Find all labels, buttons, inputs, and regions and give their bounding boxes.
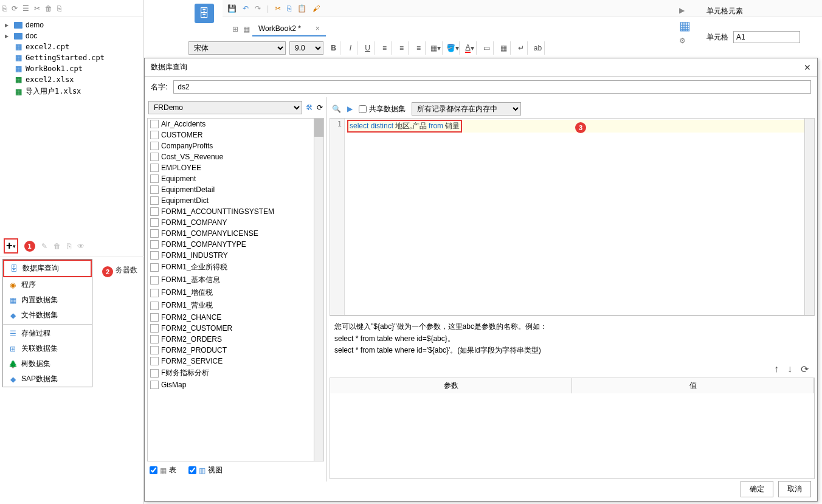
bold-icon[interactable]: B xyxy=(327,41,340,55)
down-icon[interactable]: ↓ xyxy=(787,364,792,375)
cancel-button[interactable]: 取消 xyxy=(778,481,811,497)
tree-file[interactable]: ▦导入用户1.xlsx xyxy=(2,85,140,98)
delete-icon[interactable]: 🗑 xyxy=(45,4,52,13)
italic-icon[interactable]: I xyxy=(344,41,357,55)
tree-folder[interactable]: ▸demo xyxy=(2,19,140,30)
save-icon[interactable]: 💾 xyxy=(227,4,237,13)
tree-folder[interactable]: ▸doc xyxy=(2,30,140,41)
table-row[interactable]: FORM2_PRODUCT xyxy=(148,345,323,356)
menu-file[interactable]: ◆文件数据集 xyxy=(3,308,92,323)
table-row[interactable]: FORM2_SERVICE xyxy=(148,356,323,367)
param-body[interactable] xyxy=(330,393,814,478)
cut-icon[interactable]: ✂ xyxy=(275,4,281,13)
table-row[interactable]: CompanyProfits xyxy=(148,140,323,151)
table-row[interactable]: FORM1_COMPANYTYPE xyxy=(148,239,323,250)
run-sql-icon[interactable]: ▶ xyxy=(347,105,353,113)
font-color-icon[interactable]: A▾ xyxy=(463,41,477,55)
menu-builtin[interactable]: ▦内置数据集 xyxy=(3,292,92,308)
copy-icon[interactable]: ⎘ xyxy=(287,4,291,13)
table-row[interactable]: FORM1_基本信息 xyxy=(148,274,323,286)
tree-file[interactable]: ▦GettingStarted.cpt xyxy=(2,52,140,63)
check-view[interactable]: ▥视图 xyxy=(188,465,223,475)
refresh-icon[interactable]: ⟳ xyxy=(12,4,18,13)
table-row[interactable]: Equipment xyxy=(148,173,323,184)
menu-program[interactable]: ◉程序 xyxy=(3,277,92,292)
sql-editor[interactable]: 1 select distinct 地区,产品 from 销量 xyxy=(330,118,815,316)
split-icon[interactable]: ▦ xyxy=(497,41,511,55)
table-row[interactable]: FORM1_COMPANY xyxy=(148,217,323,228)
align-left-icon[interactable]: ≡ xyxy=(378,41,392,55)
list-icon[interactable]: ☰ xyxy=(22,4,29,13)
scrollbar[interactable] xyxy=(804,119,814,315)
menu-join[interactable]: ⊞关联数据集 xyxy=(3,341,92,356)
table-row[interactable]: FORM2_CHANCE xyxy=(148,312,323,323)
grid-icon[interactable]: ⊞ xyxy=(230,22,241,36)
refresh-icon[interactable]: ⟳ xyxy=(317,103,323,112)
add-dataset-button[interactable]: +▾ xyxy=(4,238,18,254)
size-select[interactable]: 9.0 xyxy=(289,41,323,55)
tree-file[interactable]: ▦WorkBook1.cpt xyxy=(2,63,140,74)
table-list[interactable]: Air_AccidentsCUSTOMERCompanyProfitsCost_… xyxy=(147,118,324,461)
check-table[interactable]: ▦表 xyxy=(150,465,176,475)
db-select[interactable]: FRDemo xyxy=(148,101,302,114)
table-row[interactable]: GisMap xyxy=(148,379,323,390)
table-row[interactable]: FORM1_营业税 xyxy=(148,299,323,312)
grid-icon-2[interactable]: ▦ xyxy=(241,22,252,36)
align-center-icon[interactable]: ≡ xyxy=(395,41,409,55)
merge-icon[interactable]: ▭ xyxy=(480,41,494,55)
fill-icon[interactable]: 🪣▾ xyxy=(446,41,460,55)
table-row[interactable]: Cost_VS_Revenue xyxy=(148,151,323,162)
table-row[interactable]: F财务指标分析 xyxy=(148,367,323,379)
close-icon[interactable]: ✕ xyxy=(804,63,811,72)
scrollbar[interactable] xyxy=(314,119,323,461)
table-row[interactable]: FORM1_企业所得税 xyxy=(148,261,323,274)
copy-icon[interactable]: ⎘ xyxy=(57,4,61,13)
text-icon[interactable]: ab xyxy=(531,41,545,55)
menu-tree[interactable]: 🌲树数据集 xyxy=(3,356,92,371)
underline-icon[interactable]: U xyxy=(361,41,375,55)
table-row[interactable]: EquipmentDict xyxy=(148,195,323,206)
tree-file[interactable]: ▦excel2.xlsx xyxy=(2,74,140,85)
app-db-icon[interactable]: 🗄 xyxy=(195,4,214,23)
tools-icon[interactable]: 🛠 xyxy=(306,103,313,112)
refresh-params-icon[interactable]: ⟳ xyxy=(801,364,809,375)
paste-icon[interactable]: 📋 xyxy=(297,4,306,13)
name-input[interactable] xyxy=(173,80,811,94)
copy-ds-icon[interactable]: ⎘ xyxy=(67,242,71,250)
new-icon[interactable]: ⎘ xyxy=(2,4,7,13)
table-row[interactable]: FORM2_ORDERS xyxy=(148,334,323,345)
settings-icon[interactable]: ⚙ xyxy=(679,36,691,45)
grid-large-icon[interactable]: ▦ xyxy=(679,18,691,33)
share-checkbox[interactable]: 共享数据集 xyxy=(359,104,406,114)
trash-icon[interactable]: 🗑 xyxy=(54,242,61,250)
undo-icon[interactable]: ↶ xyxy=(243,4,249,13)
table-row[interactable]: FORM2_CUSTOMER xyxy=(148,323,323,334)
redo-icon[interactable]: ↷ xyxy=(255,4,261,13)
table-row[interactable]: FORM1_INDUSTRY xyxy=(148,250,323,261)
border-icon[interactable]: ▦▾ xyxy=(429,41,443,55)
cut-icon[interactable]: ✂ xyxy=(34,4,40,13)
tab-workbook[interactable]: WorkBook2 * × xyxy=(252,22,326,36)
wrap-icon[interactable]: ↵ xyxy=(514,41,528,55)
edit-icon[interactable]: ✎ xyxy=(41,242,47,250)
preview-sql-icon[interactable]: 🔍 xyxy=(332,105,341,113)
up-icon[interactable]: ↑ xyxy=(774,364,779,375)
menu-sap[interactable]: ◆SAP数据集 xyxy=(3,371,92,387)
align-right-icon[interactable]: ≡ xyxy=(412,41,426,55)
preview-icon[interactable]: 👁 xyxy=(77,242,85,250)
menu-proc[interactable]: ☰存储过程 xyxy=(3,326,92,341)
table-row[interactable]: EquipmentDetail xyxy=(148,184,323,195)
arrow-right-icon[interactable]: ▶ xyxy=(679,6,691,15)
format-painter-icon[interactable]: 🖌 xyxy=(313,4,320,13)
tree-file[interactable]: ▦excel2.cpt xyxy=(2,41,140,52)
memory-select[interactable]: 所有记录都保存在内存中 xyxy=(412,102,521,116)
table-row[interactable]: FORM1_增值税 xyxy=(148,286,323,299)
table-row[interactable]: Air_Accidents xyxy=(148,119,323,129)
ok-button[interactable]: 确定 xyxy=(741,481,773,497)
table-row[interactable]: FORM1_ACCOUNTTINGSYSTEM xyxy=(148,206,323,217)
cell-input[interactable] xyxy=(733,31,800,43)
table-row[interactable]: FORM1_COMPANYLICENSE xyxy=(148,228,323,239)
font-select[interactable]: 宋体 xyxy=(188,41,286,55)
table-row[interactable]: CUSTOMER xyxy=(148,129,323,140)
close-icon[interactable]: × xyxy=(316,24,320,33)
